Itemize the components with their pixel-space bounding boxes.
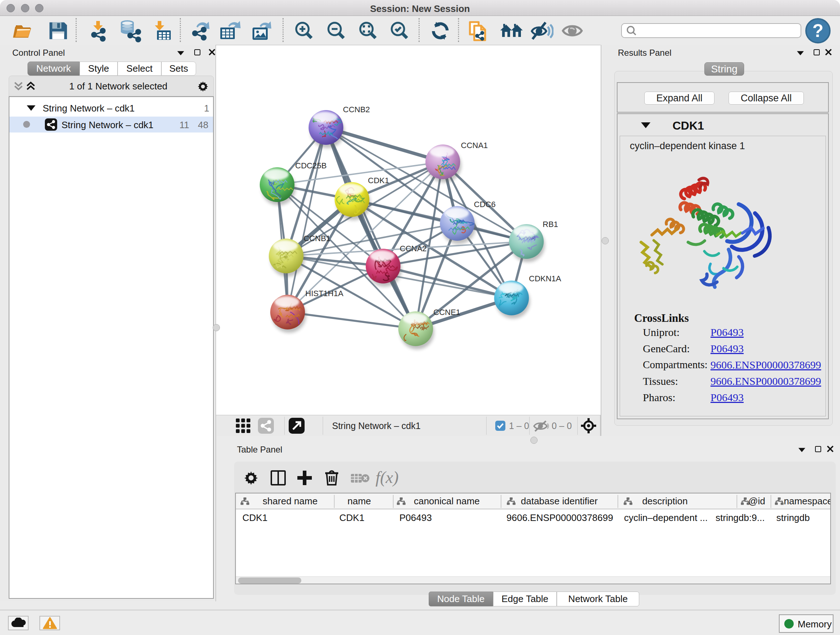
svg-text:HIST1H1A: HIST1H1A: [305, 289, 343, 298]
svg-text:CCNA1: CCNA1: [461, 141, 488, 150]
svg-text:CDC6: CDC6: [474, 200, 496, 209]
svg-text:RB1: RB1: [543, 220, 558, 229]
svg-text:CCNB2: CCNB2: [343, 105, 370, 114]
svg-text:CDK1: CDK1: [368, 176, 389, 185]
svg-text:CDC25B: CDC25B: [295, 161, 327, 170]
svg-text:CCNA2: CCNA2: [400, 244, 427, 253]
svg-text:?: ?: [813, 21, 824, 41]
svg-text:CDKN1A: CDKN1A: [529, 274, 561, 283]
svg-text:CCNE1: CCNE1: [433, 308, 461, 317]
svg-text:CCNB1: CCNB1: [303, 234, 331, 243]
